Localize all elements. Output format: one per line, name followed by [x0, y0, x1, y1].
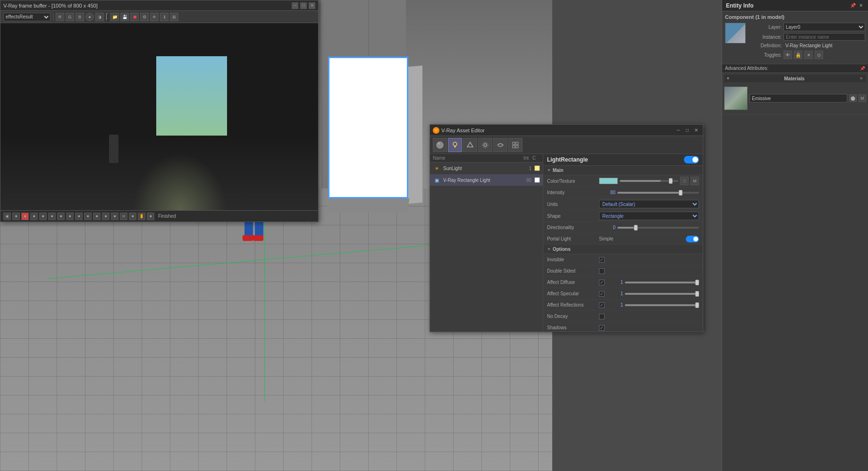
statusbar-icon-5[interactable]: ■ [39, 213, 47, 220]
statusbar-icon-10[interactable]: ■ [84, 213, 92, 220]
tb-g-button[interactable]: G [66, 13, 74, 21]
color-extra-btn[interactable]: M [691, 177, 699, 185]
invisible-label: Invisible [547, 257, 599, 262]
material-action-btn-1[interactable]: ⬤ [849, 94, 857, 102]
sunlight-name: SunLight [443, 166, 514, 171]
statusbar-icon-13[interactable]: ■ [111, 213, 118, 220]
portal-light-toggle[interactable] [686, 236, 699, 242]
svg-rect-10 [513, 146, 515, 148]
geometry-tab-button[interactable] [463, 138, 477, 152]
tb-circle-button[interactable]: ● [85, 13, 94, 21]
statusbar-icon-6[interactable]: ■ [48, 213, 56, 220]
tb-save-button[interactable]: 💾 [120, 13, 129, 21]
material-name-input[interactable] [750, 94, 847, 103]
color-texture-btn[interactable]: □ [680, 177, 689, 185]
directionality-label: Directionality [547, 225, 599, 230]
tb-folder-button[interactable]: 📁 [110, 13, 119, 21]
directionality-slider[interactable] [617, 227, 699, 229]
affect-reflections-checkbox[interactable] [599, 302, 605, 308]
no-decay-label: No Decay [547, 314, 599, 319]
toggle-lock-icon[interactable]: 🔒 [794, 51, 802, 59]
thumb-triangle [725, 23, 746, 43]
adv-attr-collapse-icon[interactable]: 📌 [860, 66, 865, 71]
affect-diffuse-checkbox[interactable] [599, 280, 605, 285]
affect-diffuse-slider[interactable] [625, 282, 699, 283]
statusbar-icon-17[interactable]: ■ [147, 213, 154, 220]
effects-tab-button[interactable] [493, 138, 507, 152]
instance-input[interactable] [784, 33, 865, 41]
panel-close-button[interactable]: ✕ [858, 2, 864, 9]
tb-settings-button[interactable]: ⚙ [140, 13, 149, 21]
affect-reflections-slider-thumb [695, 302, 699, 308]
shadows-checkbox[interactable] [599, 325, 605, 331]
effects-result-dropdown[interactable]: effectsResult [3, 13, 51, 21]
color-slider[interactable] [620, 180, 678, 182]
intensity-slider[interactable] [617, 192, 699, 194]
sunlight-color-box [534, 165, 540, 171]
tb-stop-button[interactable]: ⏹ [130, 13, 139, 21]
statusbar-icon-8[interactable]: ■ [66, 213, 74, 220]
statusbar-icon-1[interactable]: ▣ [3, 213, 11, 220]
affect-diffuse-number: 1 [607, 280, 623, 285]
render-elements-tab-button[interactable] [508, 138, 522, 152]
light-item-sunlight[interactable]: ☀ SunLight 1 [430, 163, 543, 174]
svg-marker-5 [467, 142, 473, 147]
color-swatch[interactable] [599, 178, 618, 184]
statusbar-icon-9[interactable]: ■ [75, 213, 83, 220]
toggle-receive-shadows-icon[interactable]: ⊙ [815, 51, 823, 59]
layer-dropdown[interactable]: Layer0 [784, 23, 865, 31]
tb-cursor-button[interactable]: ✛ [150, 13, 159, 21]
tb-info-button[interactable]: ℹ [160, 13, 169, 21]
statusbar-icon-4[interactable]: ■ [30, 213, 38, 220]
minimize-button[interactable]: ─ [292, 2, 298, 9]
statusbar-icon-14[interactable]: H [120, 213, 127, 220]
shape-dropdown[interactable]: Rectangle [599, 212, 699, 220]
materials-tab-button[interactable] [433, 138, 447, 152]
affect-diffuse-row: Affect Diffuse 1 [543, 277, 703, 288]
no-decay-value [599, 314, 699, 319]
material-action-btn-2[interactable]: M [859, 94, 866, 102]
statusbar-icon-16[interactable]: ▊ [138, 213, 145, 220]
toggle-knob [692, 157, 698, 163]
no-decay-checkbox[interactable] [599, 314, 605, 319]
materials-close-button[interactable]: ✕ [859, 76, 864, 81]
tb-r-button[interactable]: R [56, 13, 64, 21]
affect-reflections-slider[interactable] [625, 304, 699, 306]
affect-specular-label: Affect Specular [547, 291, 599, 296]
affect-specular-checkbox[interactable] [599, 291, 605, 297]
shoe-right [253, 235, 263, 241]
main-section-header[interactable]: ▼ Main [543, 166, 703, 175]
sunlight-icon: ☀ [433, 164, 440, 172]
statusbar-icon-12[interactable]: ■ [102, 213, 110, 220]
properties-title: LightRectangle [547, 156, 588, 163]
double-sided-checkbox[interactable] [599, 268, 605, 274]
tb-grid-button[interactable]: ⊞ [170, 13, 178, 21]
maximize-button[interactable]: □ [300, 2, 307, 9]
toggle-visible-icon[interactable]: 👁 [784, 51, 792, 59]
statusbar-icon-3[interactable]: ■ [21, 213, 29, 220]
asset-editor-maximize[interactable]: □ [683, 127, 691, 134]
asset-editor-minimize[interactable]: ─ [674, 127, 682, 134]
panel-pin-button[interactable]: 📌 [850, 2, 856, 9]
options-section-header[interactable]: ▼ Options [543, 245, 703, 254]
asset-editor-close[interactable]: ✕ [692, 127, 700, 134]
settings-tab-button[interactable] [478, 138, 492, 152]
close-button[interactable]: ✕ [309, 2, 315, 9]
svg-point-7 [482, 142, 488, 148]
statusbar-icon-7[interactable]: ■ [57, 213, 65, 220]
invisible-checkbox[interactable] [599, 257, 605, 263]
lights-tab-button[interactable] [448, 138, 462, 152]
affect-specular-slider[interactable] [625, 293, 699, 295]
affect-reflections-label: Affect Reflections [547, 302, 599, 308]
statusbar-icon-2[interactable]: ■ [12, 213, 20, 220]
light-enable-toggle[interactable] [684, 156, 699, 163]
light-item-rectangle[interactable]: ▣ V-Ray Rectangle Light 80 [430, 174, 543, 186]
materials-header[interactable]: ▼ Materials ✕ [724, 75, 866, 82]
statusbar-icon-15[interactable]: ■ [129, 213, 136, 220]
statusbar-icon-11[interactable]: ■ [93, 213, 101, 220]
units-dropdown[interactable]: Default (Scalar) [599, 200, 699, 208]
tb-b-button[interactable]: B [76, 13, 84, 21]
tb-halfcircle-button[interactable]: ◑ [95, 13, 104, 21]
toggle-cast-shadows-icon[interactable]: ☀ [804, 51, 813, 59]
rect-light-3d-object[interactable] [321, 57, 415, 213]
